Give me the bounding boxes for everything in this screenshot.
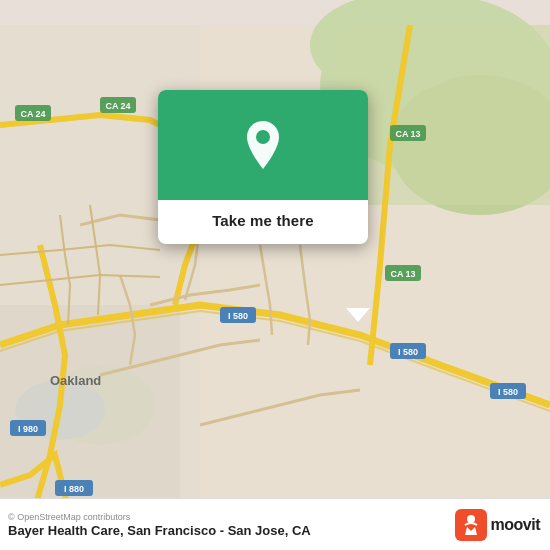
popup-header (158, 90, 368, 200)
moovit-icon (455, 509, 487, 541)
location-name: Bayer Health Care, San Francisco - San J… (8, 523, 311, 538)
svg-text:I 580: I 580 (228, 311, 248, 321)
svg-text:Oakland: Oakland (50, 373, 101, 388)
popup-bottom: Take me there (158, 200, 368, 244)
svg-text:I 580: I 580 (398, 347, 418, 357)
svg-text:I 880: I 880 (64, 484, 84, 494)
map-background: I 580 I 580 I 580 I 980 I 880 CA 24 CA 2… (0, 0, 550, 550)
svg-text:CA 24: CA 24 (105, 101, 130, 111)
popup-card: Take me there (158, 90, 368, 244)
svg-point-30 (467, 515, 475, 523)
popup-caret (346, 308, 370, 322)
svg-point-28 (256, 130, 270, 144)
svg-text:CA 13: CA 13 (390, 269, 415, 279)
map-container: I 580 I 580 I 580 I 980 I 880 CA 24 CA 2… (0, 0, 550, 550)
moovit-logo: moovit (455, 509, 540, 541)
svg-text:CA 13: CA 13 (395, 129, 420, 139)
attribution-text: © OpenStreetMap contributors (8, 512, 311, 522)
svg-text:I 580: I 580 (498, 387, 518, 397)
bottom-left-info: © OpenStreetMap contributors Bayer Healt… (8, 512, 311, 538)
svg-text:CA 24: CA 24 (20, 109, 45, 119)
svg-rect-29 (455, 509, 487, 541)
location-pin-icon (241, 119, 285, 171)
bottom-bar: © OpenStreetMap contributors Bayer Healt… (0, 498, 550, 550)
svg-rect-4 (340, 25, 550, 205)
svg-text:I 980: I 980 (18, 424, 38, 434)
moovit-text: moovit (491, 516, 540, 534)
take-me-there-button[interactable]: Take me there (212, 212, 314, 229)
